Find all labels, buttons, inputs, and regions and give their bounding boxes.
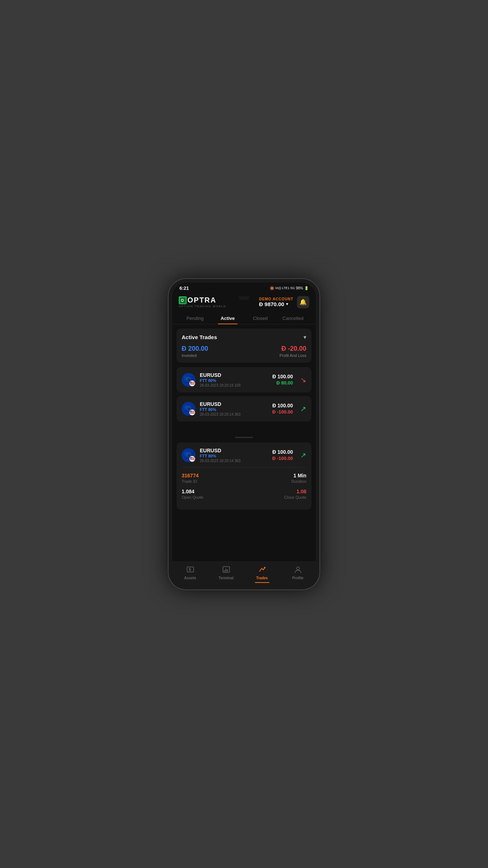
expanded-trade-detail: 🇪🇺 🇺🇸 EURUSD FTT 80% 28-03-2023 18:20:14… <box>177 443 311 510</box>
arrow-up-icon-2: ↗ <box>300 404 306 413</box>
status-time: 6:21 <box>179 285 189 291</box>
phone-device: 6:21 🔕 Vo)) LTE1 5G 98% 🔋 O OPTRA <box>168 278 320 590</box>
svg-text:$: $ <box>189 568 191 572</box>
chevron-down-icon[interactable]: ▾ <box>286 301 288 307</box>
trade-id-col: 316774 Trade ID <box>182 473 244 484</box>
invested-label: Invested <box>182 353 208 358</box>
trade-detail-info: EURUSD FTT 80% 28-03-2023 18:20:14 363 <box>200 448 268 463</box>
detail-row-1: 316774 Trade ID 1 Min Duration <box>182 473 306 484</box>
svg-rect-6 <box>226 569 226 572</box>
tab-bar: Pending Active Closed Cancelled <box>172 312 316 324</box>
open-quote-label: Open Quote <box>182 495 244 499</box>
notch <box>239 296 249 300</box>
detail-invested: Đ 100.00 <box>272 449 293 455</box>
trade-info-1: EURUSD FTT 80% 28-03-2023 18:20:19 169 <box>200 372 268 387</box>
trades-icon <box>258 565 266 575</box>
arrow-down-icon-1: ↘ <box>300 375 306 384</box>
assets-icon: $ <box>186 565 194 575</box>
logo-subtitle: OPTION TRADING WORLD <box>179 305 226 308</box>
detail-amounts: Đ 100.00 Đ -100.00 <box>272 449 293 461</box>
profile-icon <box>294 565 302 575</box>
card-header: Active Trades ▾ <box>182 334 306 341</box>
detail-pair: EURUSD <box>200 448 268 453</box>
battery-icon: 98% <box>296 286 303 290</box>
trade-detail-header: 🇪🇺 🇺🇸 EURUSD FTT 80% 28-03-2023 18:20:14… <box>182 448 306 468</box>
trade-time-1: 28-03-2023 18:20:19 169 <box>200 383 268 387</box>
nav-trades[interactable]: Trades <box>244 562 280 586</box>
tab-cancelled[interactable]: Cancelled <box>277 312 309 324</box>
nav-assets[interactable]: $ Assets <box>172 562 208 586</box>
pnl-label: Profit And Loss <box>280 353 306 358</box>
pnl-section: Đ -20.00 Profit And Loss <box>280 345 306 358</box>
svg-rect-5 <box>224 570 225 572</box>
invested-row: Đ 200.00 Invested Đ -20.00 Profit And Lo… <box>182 345 306 358</box>
demo-label: DEMO ACCOUNT <box>259 297 293 301</box>
nav-terminal[interactable]: Terminal <box>208 562 244 586</box>
close-quote-label: Close Quote <box>244 495 306 499</box>
detail-direction: ↗ <box>300 451 306 460</box>
status-icons: 🔕 Vo)) LTE1 5G 98% 🔋 <box>270 286 309 290</box>
logo-area: O OPTRA OPTION TRADING WORLD <box>179 296 226 308</box>
tab-pending[interactable]: Pending <box>179 312 211 324</box>
pnl-amount: Đ -20.00 <box>280 345 306 353</box>
battery-graphic: 🔋 <box>304 286 309 290</box>
svg-point-8 <box>297 567 299 570</box>
main-content: Active Trades ▾ Đ 200.00 Invested Đ -20.… <box>172 324 316 561</box>
status-bar: 6:21 🔕 Vo)) LTE1 5G 98% 🔋 <box>172 283 316 292</box>
trade-amounts-2: Đ 100.00 Đ -100.00 <box>272 403 293 415</box>
open-quote-value: 1.084 <box>182 489 244 494</box>
trade-card-1[interactable]: 🇪🇺 🇺🇸 EURUSD FTT 80% 28-03-2023 18:20:19… <box>177 367 311 392</box>
account-area: DEMO ACCOUNT Đ 9870.00 ▾ 🔔 <box>259 296 309 308</box>
trade-direction-2: ↗ <box>300 404 306 413</box>
trade-amounts-1: Đ 100.00 Đ 80.00 <box>272 374 293 386</box>
duration-value: 1 Min <box>244 473 306 478</box>
close-quote-col: 1.08 Close Quote <box>244 489 306 499</box>
spacer <box>177 425 311 432</box>
detail-row-2: 1.084 Open Quote 1.08 Close Quote <box>182 489 306 499</box>
trade-id-value: 316774 <box>182 473 244 478</box>
balance-row[interactable]: Đ 9870.00 ▾ <box>259 301 293 307</box>
trade-info-2: EURUSD FTT 80% 28-03-2023 18:20:14 363 <box>200 401 268 416</box>
trade-type-2: FTT 80% <box>200 407 268 412</box>
bell-button[interactable]: 🔔 <box>297 296 309 308</box>
close-quote-value: 1.08 <box>244 489 306 494</box>
bell-icon: 🔔 <box>299 299 307 305</box>
tab-active[interactable]: Active <box>211 312 244 324</box>
trade-invested-1: Đ 100.00 <box>272 374 293 379</box>
svg-rect-7 <box>227 569 228 572</box>
bottom-sheet-handle <box>235 437 253 438</box>
signal-icon: 🔕 <box>270 286 274 290</box>
trade-invested-2: Đ 100.00 <box>272 403 293 408</box>
trade-card-2[interactable]: 🇪🇺 🇺🇸 EURUSD FTT 80% 28-03-2023 18:20:14… <box>177 396 311 421</box>
logo-name: OPTRA <box>187 296 216 304</box>
open-quote-col: 1.084 Open Quote <box>182 489 244 499</box>
trade-time-2: 28-03-2023 18:20:14 363 <box>200 412 268 416</box>
app-header: O OPTRA OPTION TRADING WORLD DEMO ACCOUN… <box>172 292 316 312</box>
logo-text: O OPTRA <box>179 296 226 304</box>
nav-terminal-label: Terminal <box>219 576 233 580</box>
invested-section: Đ 200.00 Invested <box>182 345 208 358</box>
trade-profit-1: Đ 80.00 <box>272 380 293 386</box>
trade-pair-2: EURUSD <box>200 401 268 407</box>
trade-type-1: FTT 80% <box>200 378 268 383</box>
nav-assets-label: Assets <box>184 576 196 580</box>
collapse-icon[interactable]: ▾ <box>303 334 306 341</box>
trade-profit-2: Đ -100.00 <box>272 409 293 415</box>
detail-time: 28-03-2023 18:20:14 363 <box>200 459 268 463</box>
trade-id-label: Trade ID <box>182 479 244 484</box>
nav-profile-label: Profile <box>292 576 303 580</box>
logo-icon: O <box>179 296 187 304</box>
tab-closed[interactable]: Closed <box>244 312 277 324</box>
us-flag-overlay-2: 🇺🇸 <box>189 409 195 416</box>
detail-type: FTT 80% <box>200 454 268 458</box>
nav-trades-label: Trades <box>256 576 268 580</box>
arrow-up-icon-detail: ↗ <box>300 451 306 460</box>
invested-amount: Đ 200.00 <box>182 345 208 353</box>
eu-flag-icon-2: 🇪🇺 🇺🇸 <box>182 402 195 416</box>
trade-pair-1: EURUSD <box>200 372 268 378</box>
duration-label: Duration <box>244 479 306 484</box>
nav-profile[interactable]: Profile <box>280 562 316 586</box>
bottom-nav: $ Assets Terminal <box>172 561 316 586</box>
svg-text:O: O <box>181 299 184 303</box>
us-flag-overlay-detail: 🇺🇸 <box>189 456 195 462</box>
